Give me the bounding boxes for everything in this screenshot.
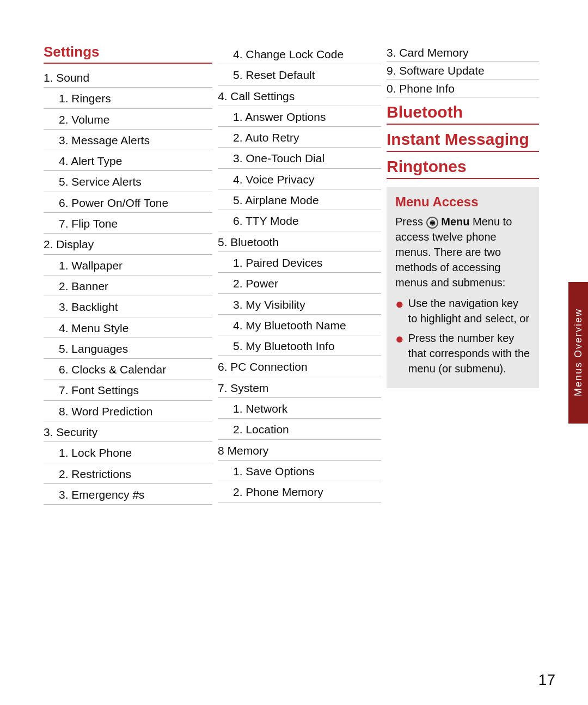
- list-item: 1. Lock Phone: [44, 442, 212, 463]
- list-item: 1. Save Options: [218, 461, 381, 481]
- col-left: Settings 1. Sound1. Ringers2. Volume3. M…: [44, 44, 212, 683]
- bullet-item: ●Press the number key that corresponds w…: [395, 330, 530, 376]
- list-item: 2. Auto Retry: [218, 127, 381, 148]
- list-item: 4. Menu Style: [44, 317, 212, 338]
- menu-label: Menu: [441, 216, 469, 228]
- list-item: 8 Memory: [218, 440, 381, 461]
- list-item: 1. Sound: [44, 67, 212, 88]
- list-item: 3. Message Alerts: [44, 130, 212, 150]
- menu-access-body: Press ◉ Menu Menu to access twelve phone…: [395, 214, 530, 290]
- list-item: 6. Power On/Off Tone: [44, 192, 212, 213]
- list-item: 5. Languages: [44, 338, 212, 359]
- col-mid: 4. Change Lock Code5. Reset Default4. Ca…: [212, 44, 381, 683]
- list-item: 3. Backlight: [44, 296, 212, 317]
- list-item: 7. System: [218, 377, 381, 398]
- menu-access-body1: Press: [395, 216, 423, 228]
- list-item: 2. Power: [218, 273, 381, 293]
- list-item: 2. Restrictions: [44, 463, 212, 484]
- list-item: 4. Alert Type: [44, 150, 212, 171]
- list-item: 1. Paired Devices: [218, 252, 381, 273]
- list-item: 4. Call Settings: [218, 85, 381, 106]
- list-item: 1. Network: [218, 398, 381, 419]
- section-heading: Instant Messaging: [387, 130, 539, 152]
- list-item: 5. Bluetooth: [218, 231, 381, 252]
- list-item: 0. Phone Info: [387, 79, 539, 97]
- col-right: 3. Card Memory9. Software Update0. Phone…: [381, 44, 539, 683]
- bullet-item: ●Use the navigation key to highlight and…: [395, 296, 530, 326]
- list-item: 3. Security: [44, 421, 212, 442]
- list-item: 4. Voice Privacy: [218, 169, 381, 189]
- section-heading: Bluetooth: [387, 103, 539, 125]
- list-item: 2. Banner: [44, 275, 212, 296]
- list-item: 7. Font Settings: [44, 379, 212, 400]
- list-item: 2. Location: [218, 419, 381, 439]
- list-item: 2. Display: [44, 234, 212, 254]
- list-item: 5. Service Alerts: [44, 171, 212, 192]
- settings-heading: Settings: [44, 44, 212, 64]
- menu-access-bullets: ●Use the navigation key to highlight and…: [395, 296, 530, 376]
- bullet-text: Use the navigation key to highlight and …: [408, 296, 530, 326]
- list-item: 5. My Bluetooth Info: [218, 335, 381, 356]
- list-item: 6. Clocks & Calendar: [44, 359, 212, 379]
- sidebar-tab-label: Menus Overview: [573, 308, 584, 396]
- list-item: 1. Wallpaper: [44, 255, 212, 275]
- menu-access-box: Menu Access Press ◉ Menu Menu to access …: [387, 187, 539, 388]
- list-item: 8. Word Prediction: [44, 401, 212, 421]
- list-item: 7. Flip Tone: [44, 213, 212, 234]
- list-item: 9. Software Update: [387, 62, 539, 79]
- bullet-text: Press the number key that corresponds wi…: [408, 330, 530, 376]
- bullet-dot: ●: [395, 332, 404, 346]
- list-item: 2. Phone Memory: [218, 481, 381, 502]
- list-item: 5. Reset Default: [218, 64, 381, 85]
- list-item: 4. My Bluetooth Name: [218, 315, 381, 335]
- bullet-dot: ●: [395, 297, 404, 311]
- section-heading: Ringtones: [387, 157, 539, 179]
- list-item: 4. Change Lock Code: [218, 44, 381, 64]
- list-item: 6. PC Connection: [218, 356, 381, 377]
- page-number: 17: [538, 671, 555, 689]
- menu-ok-icon: ◉: [426, 217, 438, 229]
- sidebar-tab: Menus Overview: [568, 282, 588, 424]
- list-item: 3. Emergency #s: [44, 484, 212, 505]
- list-item: 6. TTY Mode: [218, 210, 381, 231]
- list-item: 3. Card Memory: [387, 44, 539, 62]
- list-item: 3. My Visibility: [218, 294, 381, 315]
- list-item: 1. Ringers: [44, 88, 212, 108]
- list-item: 3. One-Touch Dial: [218, 148, 381, 168]
- menu-access-title: Menu Access: [395, 194, 530, 210]
- list-item: 5. Airplane Mode: [218, 189, 381, 210]
- list-item: 1. Answer Options: [218, 106, 381, 127]
- list-item: 2. Volume: [44, 109, 212, 130]
